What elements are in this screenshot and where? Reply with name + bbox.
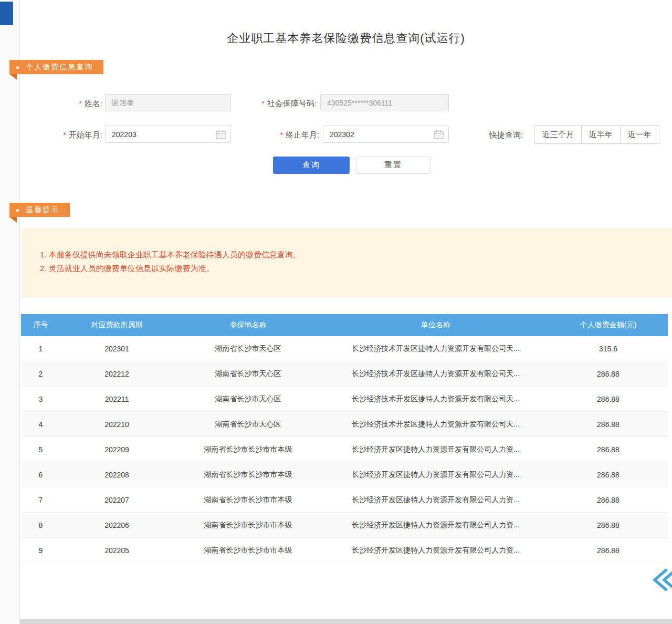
quick-btn-last-3-months[interactable]: 近三个月	[534, 125, 582, 144]
cell-insured-place: 湖南省长沙市长沙市市本级	[173, 495, 323, 505]
cell-insured-place: 湖南省长沙市长沙市市本级	[173, 546, 323, 555]
table-row: 2 202212 湖南省长沙市天心区 长沙经济技术开发区捷特人力资源开发有限公司…	[21, 361, 668, 387]
quick-query-group: 近三个月 近半年 近一年	[534, 125, 659, 144]
query-button[interactable]: 查询	[273, 157, 350, 174]
cell-seq: 1	[21, 345, 60, 353]
page-title: 企业职工基本养老保险缴费信息查询(试运行)	[20, 30, 672, 46]
collapse-panel-icon[interactable]	[651, 568, 672, 591]
col-header-insured-place: 参保地名称	[173, 320, 323, 330]
required-mark: *	[280, 131, 282, 139]
cell-period: 202206	[60, 521, 173, 529]
cell-period: 202210	[60, 420, 173, 429]
cell-employer: 长沙经济开发区捷特人力资源开发有限公司人力资...	[323, 546, 549, 555]
cell-period: 202205	[60, 546, 173, 555]
cell-employer: 长沙经济技术开发区捷特人力资源开发有限公司天...	[323, 394, 549, 404]
payment-table: 序号 对应费款所属期 参保地名称 单位名称 个人缴费金额(元) 1 202301…	[21, 314, 668, 563]
cell-amount: 286.88	[549, 471, 668, 479]
required-mark: *	[261, 99, 264, 108]
col-header-seq: 序号	[21, 320, 60, 330]
reset-button[interactable]: 重置	[356, 157, 430, 174]
table-header-row: 序号 对应费款所属期 参保地名称 单位名称 个人缴费金额(元)	[21, 314, 668, 336]
calendar-icon[interactable]	[434, 130, 444, 141]
tip-line: 2. 灵活就业人员的缴费单位信息以实际缴费为准。	[40, 262, 662, 275]
col-header-amount: 个人缴费金额(元)	[549, 320, 668, 330]
cell-amount: 286.88	[549, 445, 668, 454]
ssn-label: *社会保障号码:	[236, 99, 317, 109]
cell-employer: 长沙经济开发区捷特人力资源开发有限公司人力资...	[323, 470, 549, 480]
table-row: 5 202209 湖南省长沙市长沙市市本级 长沙经济开发区捷特人力资源开发有限公…	[21, 437, 668, 462]
cell-insured-place: 湖南省长沙市长沙市市本级	[173, 445, 323, 454]
table-row: 6 202208 湖南省长沙市长沙市市本级 长沙经济开发区捷特人力资源开发有限公…	[21, 462, 668, 487]
cell-period: 202211	[60, 395, 173, 403]
cell-amount: 315.6	[549, 345, 668, 353]
cell-amount: 286.88	[549, 521, 668, 529]
tips-box: 1. 本服务仅提供尚未领取企业职工基本养老保险待遇人员的缴费信息查询。 2. 灵…	[21, 228, 672, 297]
cell-period: 202301	[60, 345, 173, 353]
table-row: 4 202210 湖南省长沙市天心区 长沙经济技术开发区捷特人力资源开发有限公司…	[21, 412, 668, 437]
col-header-employer: 单位名称	[323, 320, 549, 330]
cell-seq: 2	[21, 370, 60, 378]
cell-amount: 286.88	[549, 496, 668, 504]
cell-seq: 9	[21, 546, 60, 555]
bottom-scrollbar-track[interactable]	[20, 619, 672, 624]
section-badge-personal-query: ●个人缴费信息查询	[9, 60, 103, 74]
cell-amount: 286.88	[549, 370, 668, 378]
cell-seq: 3	[21, 395, 60, 403]
calendar-icon[interactable]	[216, 130, 226, 141]
cell-period: 202208	[60, 471, 173, 479]
cell-seq: 7	[21, 496, 60, 504]
cell-insured-place: 湖南省长沙市天心区	[173, 394, 323, 404]
cell-insured-place: 湖南省长沙市天心区	[173, 369, 323, 379]
cell-employer: 长沙经济技术开发区捷特人力资源开发有限公司天...	[323, 344, 549, 353]
cell-insured-place: 湖南省长沙市长沙市市本级	[173, 521, 323, 530]
cell-amount: 286.88	[549, 420, 668, 429]
bullet-icon: ●	[16, 203, 19, 217]
table-row: 7 202207 湖南省长沙市长沙市市本级 长沙经济开发区捷特人力资源开发有限公…	[21, 487, 668, 513]
cell-seq: 4	[21, 420, 60, 429]
cell-employer: 长沙经济技术开发区捷特人力资源开发有限公司天...	[323, 369, 549, 379]
cell-insured-place: 湖南省长沙市长沙市市本级	[173, 470, 323, 480]
tip-line: 1. 本服务仅提供尚未领取企业职工基本养老保险待遇人员的缴费信息查询。	[40, 248, 662, 262]
cell-period: 202207	[60, 496, 173, 504]
cell-employer: 长沙经济开发区捷特人力资源开发有限公司人力资...	[323, 445, 549, 454]
cell-seq: 6	[21, 471, 60, 479]
section-badge-tips: ●温馨提示	[9, 203, 70, 217]
end-month-input[interactable]: 202302	[323, 126, 449, 143]
sidebar-collapsed-tab[interactable]	[0, 2, 13, 25]
cell-period: 202212	[60, 370, 173, 378]
start-month-label: *开始年月:	[45, 130, 102, 140]
table-row: 8 202206 湖南省长沙市长沙市市本级 长沙经济开发区捷特人力资源开发有限公…	[21, 513, 668, 538]
table-row: 1 202301 湖南省长沙市天心区 长沙经济技术开发区捷特人力资源开发有限公司…	[21, 336, 668, 361]
end-month-label: *终止年月:	[261, 130, 319, 140]
cell-insured-place: 湖南省长沙市天心区	[173, 420, 323, 429]
cell-employer: 长沙经济技术开发区捷特人力资源开发有限公司天...	[323, 420, 549, 429]
cell-seq: 8	[21, 521, 60, 529]
left-gutter	[0, 0, 20, 624]
cell-insured-place: 湖南省长沙市天心区	[173, 344, 323, 353]
col-header-period: 对应费款所属期	[60, 320, 173, 330]
pension-query-page: 企业职工基本养老保险缴费信息查询(试运行) ●个人缴费信息查询 *姓名: 谢旭泰…	[0, 0, 672, 624]
name-label: *姓名:	[52, 99, 102, 109]
name-input[interactable]: 谢旭泰	[105, 94, 231, 111]
required-mark: *	[79, 99, 81, 108]
quick-query-label: 快捷查询:	[489, 130, 531, 140]
cell-period: 202209	[60, 445, 173, 454]
section-badge-label: 个人缴费信息查询	[26, 63, 93, 71]
cell-seq: 5	[21, 445, 60, 454]
cell-amount: 286.88	[549, 395, 668, 403]
table-row: 9 202205 湖南省长沙市长沙市市本级 长沙经济开发区捷特人力资源开发有限公…	[21, 538, 668, 563]
quick-btn-last-half-year[interactable]: 近半年	[581, 125, 621, 144]
start-month-input[interactable]: 202203	[105, 126, 231, 143]
cell-employer: 长沙经济开发区捷特人力资源开发有限公司人力资...	[323, 495, 549, 505]
section-badge-label: 温馨提示	[26, 205, 59, 214]
required-mark: *	[63, 131, 66, 139]
table-row: 3 202211 湖南省长沙市天心区 长沙经济技术开发区捷特人力资源开发有限公司…	[21, 387, 668, 412]
table-body: 1 202301 湖南省长沙市天心区 长沙经济技术开发区捷特人力资源开发有限公司…	[21, 336, 668, 563]
bullet-icon: ●	[16, 60, 19, 75]
ssn-input[interactable]: 430525******306111	[320, 94, 449, 111]
cell-employer: 长沙经济开发区捷特人力资源开发有限公司人力资...	[323, 521, 549, 530]
quick-btn-last-year[interactable]: 近一年	[620, 125, 659, 144]
cell-amount: 286.88	[549, 546, 668, 555]
